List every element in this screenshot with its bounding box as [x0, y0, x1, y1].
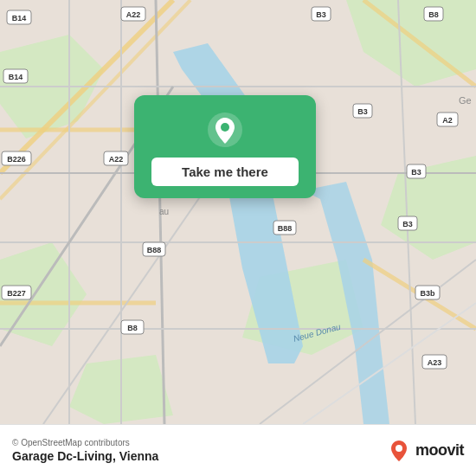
svg-text:B226: B226 [7, 155, 26, 164]
take-me-there-button[interactable]: Take me there [151, 158, 299, 186]
svg-point-66 [396, 445, 402, 452]
location-pin-icon [206, 111, 244, 149]
svg-text:B227: B227 [7, 289, 26, 298]
bottom-left-info: © OpenStreetMap contributors Garage Dc-L… [12, 438, 158, 463]
map-container: B14 A22 B3 B8 B14 A22 B226 B3 B88 B88 B8… [0, 0, 476, 424]
svg-text:B3: B3 [411, 168, 421, 177]
svg-text:A22: A22 [109, 155, 124, 164]
svg-text:B3: B3 [316, 10, 326, 19]
svg-text:B14: B14 [9, 73, 23, 81]
svg-text:B88: B88 [278, 224, 293, 233]
svg-text:A23: A23 [428, 358, 442, 367]
svg-text:B8: B8 [428, 10, 439, 19]
moovit-pin-icon [387, 439, 411, 463]
svg-text:B3: B3 [357, 107, 368, 116]
popup-card: Take me there [134, 95, 316, 198]
moovit-brand-text: moovit [415, 441, 464, 460]
svg-text:A22: A22 [126, 10, 141, 19]
osm-attribution: © OpenStreetMap contributors [12, 438, 158, 447]
location-label: Garage Dc-Living, Vienna [12, 449, 158, 463]
svg-text:B3: B3 [402, 220, 413, 228]
svg-text:B8: B8 [127, 324, 138, 332]
svg-point-65 [221, 123, 229, 132]
map-background: B14 A22 B3 B8 B14 A22 B226 B3 B88 B88 B8… [0, 0, 476, 424]
svg-text:Ge: Ge [459, 95, 472, 106]
svg-text:au: au [159, 207, 169, 216]
moovit-logo: moovit [387, 439, 464, 463]
svg-text:B88: B88 [147, 246, 162, 254]
svg-text:B14: B14 [12, 14, 27, 23]
svg-text:B3b: B3b [420, 289, 435, 298]
svg-text:A2: A2 [442, 116, 453, 125]
bottom-bar: © OpenStreetMap contributors Garage Dc-L… [0, 424, 476, 476]
